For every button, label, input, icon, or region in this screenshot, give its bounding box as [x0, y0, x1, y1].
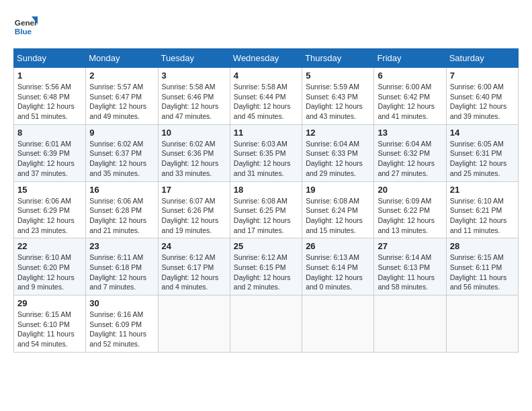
sunset-label: Sunset: 6:14 PM — [306, 263, 358, 271]
day-info: Sunrise: 6:06 AM Sunset: 6:29 PM Dayligh… — [17, 196, 82, 236]
daylight-label: Daylight: 12 hours and 37 minutes. — [17, 159, 75, 177]
day-info: Sunrise: 6:01 AM Sunset: 6:39 PM Dayligh… — [17, 139, 82, 179]
sunrise-label: Sunrise: 6:01 AM — [17, 140, 71, 148]
calendar-table: SundayMondayTuesdayWednesdayThursdayFrid… — [13, 48, 519, 353]
sunset-label: Sunset: 6:46 PM — [162, 93, 214, 101]
daylight-label: Daylight: 12 hours and 51 minutes. — [17, 102, 75, 120]
day-info: Sunrise: 6:12 AM Sunset: 6:15 PM Dayligh… — [234, 253, 298, 292]
sunrise-label: Sunrise: 6:08 AM — [306, 197, 359, 205]
day-info: Sunrise: 6:15 AM Sunset: 6:11 PM Dayligh… — [450, 253, 515, 292]
daylight-label: Daylight: 12 hours and 21 minutes. — [89, 216, 146, 234]
daylight-label: Daylight: 12 hours and 43 minutes. — [306, 102, 363, 120]
weekday-header-wednesday: Wednesday — [230, 49, 302, 68]
day-info: Sunrise: 5:58 AM Sunset: 6:46 PM Dayligh… — [162, 82, 226, 122]
sunset-label: Sunset: 6:35 PM — [234, 149, 286, 157]
day-info: Sunrise: 5:59 AM Sunset: 6:43 PM Dayligh… — [306, 82, 370, 122]
sunrise-label: Sunrise: 6:15 AM — [450, 253, 504, 261]
daylight-label: Daylight: 11 hours and 58 minutes. — [378, 273, 435, 291]
page-header: General Blue — [13, 13, 519, 38]
daylight-label: Daylight: 12 hours and 39 minutes. — [450, 102, 507, 120]
sunset-label: Sunset: 6:36 PM — [162, 149, 214, 157]
daylight-label: Daylight: 12 hours and 19 minutes. — [162, 216, 219, 234]
sunset-label: Sunset: 6:40 PM — [450, 93, 502, 101]
sunrise-label: Sunrise: 5:56 AM — [17, 83, 71, 91]
calendar-cell: 13 Sunrise: 6:04 AM Sunset: 6:32 PM Dayl… — [374, 124, 446, 181]
daylight-label: Daylight: 11 hours and 54 minutes. — [17, 330, 75, 348]
daylight-label: Daylight: 12 hours and 29 minutes. — [306, 159, 363, 177]
sunset-label: Sunset: 6:39 PM — [17, 149, 70, 157]
calendar-cell — [302, 295, 374, 353]
sunset-label: Sunset: 6:26 PM — [162, 206, 214, 214]
sunrise-label: Sunrise: 6:08 AM — [234, 197, 287, 205]
sunset-label: Sunset: 6:43 PM — [306, 93, 358, 101]
calendar-header-row: SundayMondayTuesdayWednesdayThursdayFrid… — [14, 49, 519, 68]
daylight-label: Daylight: 12 hours and 47 minutes. — [162, 102, 219, 120]
sunrise-label: Sunrise: 6:15 AM — [17, 310, 71, 318]
day-info: Sunrise: 6:10 AM Sunset: 6:21 PM Dayligh… — [450, 196, 515, 236]
calendar-cell: 11 Sunrise: 6:03 AM Sunset: 6:35 PM Dayl… — [230, 124, 302, 181]
calendar-cell: 15 Sunrise: 6:06 AM Sunset: 6:29 PM Dayl… — [14, 181, 86, 238]
calendar-cell: 19 Sunrise: 6:08 AM Sunset: 6:24 PM Dayl… — [302, 181, 374, 238]
daylight-label: Daylight: 12 hours and 9 minutes. — [17, 273, 75, 291]
daylight-label: Daylight: 12 hours and 33 minutes. — [162, 159, 219, 177]
sunrise-label: Sunrise: 6:14 AM — [378, 253, 431, 261]
calendar-cell: 17 Sunrise: 6:07 AM Sunset: 6:26 PM Dayl… — [158, 181, 230, 238]
sunset-label: Sunset: 6:32 PM — [378, 149, 430, 157]
sunset-label: Sunset: 6:25 PM — [234, 206, 286, 214]
sunrise-label: Sunrise: 6:12 AM — [234, 253, 287, 261]
calendar-body: 1 Sunrise: 5:56 AM Sunset: 6:48 PM Dayli… — [14, 68, 519, 353]
daylight-label: Daylight: 12 hours and 4 minutes. — [162, 273, 219, 291]
weekday-header-tuesday: Tuesday — [158, 49, 230, 68]
calendar-cell: 2 Sunrise: 5:57 AM Sunset: 6:47 PM Dayli… — [86, 68, 158, 125]
calendar-cell — [374, 295, 446, 353]
day-number: 13 — [378, 128, 442, 138]
day-number: 4 — [234, 71, 298, 81]
day-info: Sunrise: 6:10 AM Sunset: 6:20 PM Dayligh… — [17, 253, 82, 292]
sunrise-label: Sunrise: 6:00 AM — [450, 83, 504, 91]
sunrise-label: Sunrise: 6:06 AM — [17, 197, 71, 205]
sunrise-label: Sunrise: 5:58 AM — [234, 83, 287, 91]
daylight-label: Daylight: 12 hours and 11 minutes. — [450, 216, 507, 234]
weekday-header-sunday: Sunday — [14, 49, 86, 68]
weekday-header-friday: Friday — [374, 49, 446, 68]
sunset-label: Sunset: 6:15 PM — [234, 263, 286, 271]
day-number: 25 — [234, 241, 298, 251]
day-info: Sunrise: 6:02 AM Sunset: 6:36 PM Dayligh… — [162, 139, 226, 179]
calendar-cell: 22 Sunrise: 6:10 AM Sunset: 6:20 PM Dayl… — [14, 238, 86, 295]
sunset-label: Sunset: 6:48 PM — [17, 93, 70, 101]
logo-icon: General Blue — [13, 13, 38, 38]
sunrise-label: Sunrise: 6:10 AM — [17, 253, 71, 261]
day-number: 19 — [306, 185, 370, 195]
weekday-header-thursday: Thursday — [302, 49, 374, 68]
calendar-cell — [446, 295, 518, 353]
sunrise-label: Sunrise: 6:06 AM — [89, 197, 143, 205]
logo: General Blue — [13, 13, 38, 38]
day-info: Sunrise: 5:58 AM Sunset: 6:44 PM Dayligh… — [234, 82, 298, 122]
sunset-label: Sunset: 6:37 PM — [89, 149, 142, 157]
daylight-label: Daylight: 12 hours and 41 minutes. — [378, 102, 435, 120]
day-number: 7 — [450, 71, 515, 81]
calendar-cell: 18 Sunrise: 6:08 AM Sunset: 6:25 PM Dayl… — [230, 181, 302, 238]
sunset-label: Sunset: 6:24 PM — [306, 206, 358, 214]
sunset-label: Sunset: 6:28 PM — [89, 206, 142, 214]
calendar-cell: 14 Sunrise: 6:05 AM Sunset: 6:31 PM Dayl… — [446, 124, 518, 181]
sunrise-label: Sunrise: 6:04 AM — [378, 140, 431, 148]
calendar-week-row: 8 Sunrise: 6:01 AM Sunset: 6:39 PM Dayli… — [14, 124, 519, 181]
day-number: 3 — [162, 71, 226, 81]
calendar-week-row: 1 Sunrise: 5:56 AM Sunset: 6:48 PM Dayli… — [14, 68, 519, 125]
day-number: 16 — [89, 185, 154, 195]
sunset-label: Sunset: 6:47 PM — [89, 93, 142, 101]
sunset-label: Sunset: 6:42 PM — [378, 93, 430, 101]
day-number: 26 — [306, 241, 370, 251]
day-number: 29 — [17, 298, 82, 308]
calendar-cell: 8 Sunrise: 6:01 AM Sunset: 6:39 PM Dayli… — [14, 124, 86, 181]
calendar-cell — [230, 295, 302, 353]
sunrise-label: Sunrise: 6:11 AM — [89, 253, 143, 261]
day-number: 15 — [17, 185, 82, 195]
day-info: Sunrise: 6:14 AM Sunset: 6:13 PM Dayligh… — [378, 253, 442, 292]
calendar-cell: 7 Sunrise: 6:00 AM Sunset: 6:40 PM Dayli… — [446, 68, 518, 125]
day-number: 21 — [450, 185, 515, 195]
day-number: 22 — [17, 241, 82, 251]
daylight-label: Daylight: 12 hours and 31 minutes. — [234, 159, 291, 177]
day-number: 23 — [89, 241, 154, 251]
